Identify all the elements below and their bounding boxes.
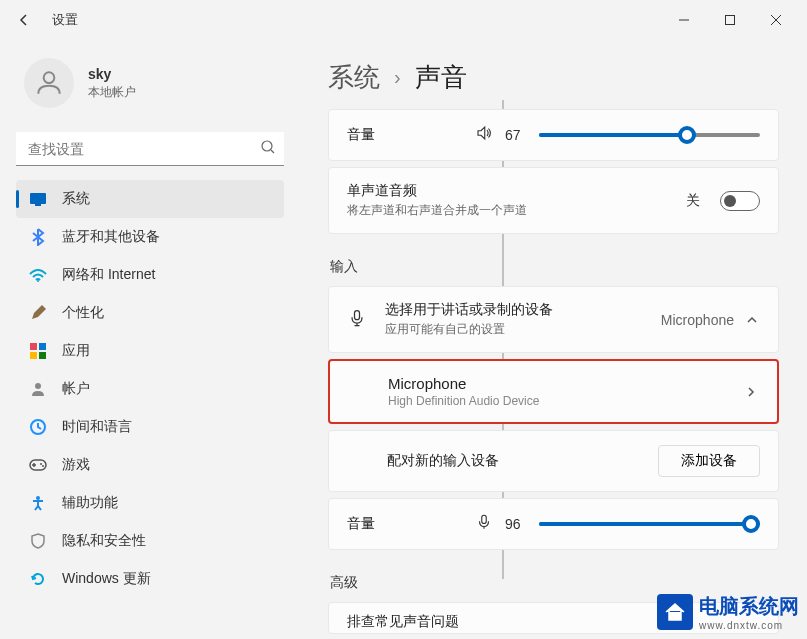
sidebar-item-network[interactable]: 网络和 Internet: [16, 256, 284, 294]
svg-rect-9: [39, 343, 46, 350]
avatar: [24, 58, 74, 108]
user-name: sky: [88, 66, 136, 82]
main-content: 系统 › 声音 音量 67: [300, 40, 807, 639]
time-icon: [28, 417, 48, 437]
selected-device: Microphone: [661, 312, 734, 328]
sidebar-item-accounts[interactable]: 帐户: [16, 370, 284, 408]
pair-label: 配对新的输入设备: [387, 452, 499, 470]
select-device-title: 选择用于讲话或录制的设备: [385, 301, 553, 319]
svg-point-17: [36, 496, 40, 500]
watermark-logo-icon: [657, 594, 693, 630]
mono-subtitle: 将左声道和右声道合并成一个声道: [347, 202, 527, 219]
search-icon[interactable]: [260, 139, 276, 159]
nav-label: 时间和语言: [62, 418, 132, 436]
svg-rect-6: [35, 204, 41, 206]
mic-name: Microphone: [388, 375, 539, 392]
svg-rect-10: [30, 352, 37, 359]
network-icon: [28, 265, 48, 285]
breadcrumb: 系统 › 声音: [328, 60, 779, 95]
close-button[interactable]: [753, 4, 799, 36]
sidebar-item-accessibility[interactable]: 辅助功能: [16, 484, 284, 522]
input-volume-card[interactable]: 音量 96: [328, 498, 779, 550]
accessibility-icon: [28, 493, 48, 513]
pair-input-device-row: 配对新的输入设备 添加设备: [328, 430, 779, 492]
privacy-icon: [28, 531, 48, 551]
input-section-label: 输入: [330, 258, 779, 276]
gaming-icon: [28, 455, 48, 475]
svg-rect-18: [355, 310, 360, 319]
mono-toggle[interactable]: [720, 191, 760, 211]
svg-point-16: [42, 465, 44, 467]
svg-point-7: [37, 280, 39, 282]
maximize-button[interactable]: [707, 4, 753, 36]
nav-label: 蓝牙和其他设备: [62, 228, 160, 246]
user-info[interactable]: sky 本地帐户: [16, 50, 300, 124]
window-title: 设置: [52, 11, 78, 29]
nav-label: 游戏: [62, 456, 90, 474]
chevron-up-icon[interactable]: [744, 312, 760, 328]
nav-label: 应用: [62, 342, 90, 360]
nav-label: 个性化: [62, 304, 104, 322]
sidebar-item-privacy[interactable]: 隐私和安全性: [16, 522, 284, 560]
sidebar-item-system[interactable]: 系统: [16, 180, 284, 218]
personalize-icon: [28, 303, 48, 323]
nav-label: 隐私和安全性: [62, 532, 146, 550]
watermark-text: 电脑系统网: [699, 593, 799, 620]
sidebar-item-apps[interactable]: 应用: [16, 332, 284, 370]
sidebar: sky 本地帐户 系统蓝牙和其他设备网络和 Internet个性化应用帐户时间和…: [0, 40, 300, 639]
watermark-url: www.dnxtw.com: [699, 620, 799, 631]
svg-rect-11: [39, 352, 46, 359]
update-icon: [28, 569, 48, 589]
sidebar-item-bluetooth[interactable]: 蓝牙和其他设备: [16, 218, 284, 256]
volume-value: 67: [505, 127, 527, 143]
volume-label: 音量: [347, 126, 375, 144]
sidebar-item-time[interactable]: 时间和语言: [16, 408, 284, 446]
system-icon: [28, 189, 48, 209]
add-device-button[interactable]: 添加设备: [658, 445, 760, 477]
volume-slider[interactable]: [539, 133, 760, 137]
sidebar-item-update[interactable]: Windows 更新: [16, 560, 284, 598]
sidebar-item-personalize[interactable]: 个性化: [16, 294, 284, 332]
mono-title: 单声道音频: [347, 182, 527, 200]
input-volume-slider[interactable]: [539, 522, 760, 526]
user-type: 本地帐户: [88, 84, 136, 101]
microphone-icon: [475, 513, 493, 535]
microphone-icon: [347, 308, 367, 332]
back-button[interactable]: [8, 4, 40, 36]
watermark: 电脑系统网 www.dnxtw.com: [657, 593, 799, 631]
nav-label: 帐户: [62, 380, 90, 398]
input-volume-label: 音量: [347, 515, 375, 533]
chevron-right-icon: ›: [394, 66, 401, 89]
svg-point-2: [44, 72, 55, 83]
nav-label: Windows 更新: [62, 570, 151, 588]
select-device-sub: 应用可能有自己的设置: [385, 321, 553, 338]
accounts-icon: [28, 379, 48, 399]
speaker-icon: [475, 124, 493, 146]
svg-point-3: [262, 141, 272, 151]
toggle-state-label: 关: [686, 192, 700, 210]
chevron-right-icon[interactable]: [743, 384, 759, 400]
svg-line-4: [271, 150, 274, 153]
svg-rect-1: [726, 16, 735, 25]
nav-label: 系统: [62, 190, 90, 208]
mic-device-name: High Definition Audio Device: [388, 394, 539, 408]
minimize-button[interactable]: [661, 4, 707, 36]
microphone-device-row[interactable]: Microphone High Definition Audio Device: [328, 359, 779, 424]
nav-label: 网络和 Internet: [62, 266, 155, 284]
svg-rect-8: [30, 343, 37, 350]
svg-point-15: [40, 463, 42, 465]
svg-rect-19: [482, 515, 487, 523]
bluetooth-icon: [28, 227, 48, 247]
svg-point-12: [35, 383, 41, 389]
search-input[interactable]: [16, 132, 284, 166]
advanced-section-label: 高级: [330, 574, 779, 592]
output-volume-card[interactable]: 音量 67: [328, 109, 779, 161]
input-volume-value: 96: [505, 516, 527, 532]
mono-audio-card[interactable]: 单声道音频 将左声道和右声道合并成一个声道 关: [328, 167, 779, 234]
breadcrumb-current: 声音: [415, 60, 467, 95]
breadcrumb-parent[interactable]: 系统: [328, 60, 380, 95]
svg-rect-5: [30, 193, 46, 204]
nav-label: 辅助功能: [62, 494, 118, 512]
input-device-select-card[interactable]: 选择用于讲话或录制的设备 应用可能有自己的设置 Microphone: [328, 286, 779, 353]
sidebar-item-gaming[interactable]: 游戏: [16, 446, 284, 484]
